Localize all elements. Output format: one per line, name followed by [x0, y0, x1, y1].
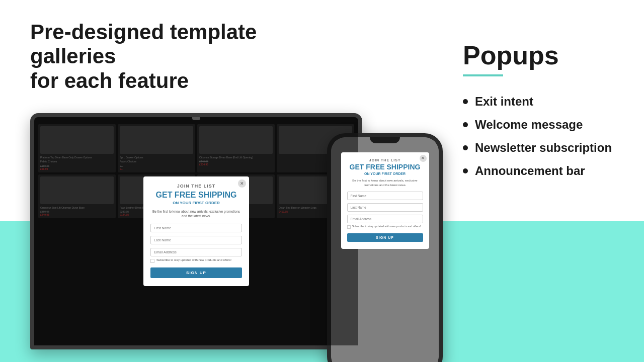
phone-popup-headline: GET FREE SHIPPING [347, 163, 423, 171]
popup-checkbox-row: Subscribe to stay updated with new produ… [150, 258, 242, 263]
popup-headline: GET FREE SHIPPING [150, 191, 242, 200]
popup-email-input[interactable] [150, 248, 242, 256]
laptop-notch [192, 117, 200, 120]
phone-screen: ✕ JOIN THE LIST GET FREE SHIPPING ON YOU… [331, 137, 439, 362]
main-heading: Pre-designed template galleries for each… [30, 20, 342, 93]
phone-notch [370, 137, 400, 143]
section-underline [463, 74, 503, 76]
laptop-popup-overlay: ✕ JOIN THE LIST GET FREE SHIPPING ON YOU… [34, 117, 358, 345]
phone-popup-close-button[interactable]: ✕ [420, 155, 427, 162]
phone-popup-checkbox[interactable] [347, 225, 351, 229]
bullet-dot [463, 145, 468, 150]
bullet-dot [463, 122, 468, 127]
laptop-popup: ✕ JOIN THE LIST GET FREE SHIPPING ON YOU… [143, 176, 249, 286]
laptop-base [30, 345, 362, 349]
phone-mockup: ✕ JOIN THE LIST GET FREE SHIPPING ON YOU… [327, 133, 443, 362]
phone-popup-description: Be the first to know about new arrivals,… [347, 178, 423, 187]
popup-checkbox-label: Subscribe to stay updated with new produ… [156, 258, 231, 262]
bullet-label: Welcome message [475, 118, 583, 132]
popup-lastname-input[interactable] [150, 236, 242, 244]
devices-container: Platform Top Divan Base Only Drawer Opti… [30, 113, 443, 362]
popup-firstname-input[interactable] [150, 224, 242, 232]
bullet-item-newsletter: Newsletter subscription [463, 141, 634, 155]
phone-popup-overlay: ✕ JOIN THE LIST GET FREE SHIPPING ON YOU… [331, 137, 439, 362]
phone-popup: ✕ JOIN THE LIST GET FREE SHIPPING ON YOU… [341, 152, 429, 249]
bullet-dot [463, 99, 468, 104]
laptop-screen: Platform Top Divan Base Only Drawer Opti… [34, 117, 358, 345]
content-wrapper: Pre-designed template galleries for each… [0, 0, 644, 362]
bullet-list: Exit intent Welcome message Newsletter s… [463, 95, 634, 178]
phone-popup-lastname-input[interactable] [347, 203, 423, 212]
bullet-item-announcement: Announcement bar [463, 164, 634, 178]
popup-join-text: JOIN THE LIST [150, 184, 242, 189]
left-panel: Pre-designed template galleries for each… [0, 0, 443, 362]
phone-popup-signup-button[interactable]: SIGN UP [347, 233, 423, 242]
popup-subheadline: ON YOUR FIRST ORDER [150, 201, 242, 205]
right-panel: Popups Exit intent Welcome message Newsl… [443, 0, 644, 362]
popup-signup-button[interactable]: SIGN UP [150, 267, 242, 278]
heading-line1: Pre-designed template galleries [30, 20, 257, 68]
phone-popup-firstname-input[interactable] [347, 192, 423, 200]
laptop-mockup: Platform Top Divan Base Only Drawer Opti… [30, 113, 362, 349]
popup-close-button[interactable]: ✕ [238, 179, 246, 188]
bullet-label: Exit intent [475, 95, 533, 109]
bullet-dot [463, 168, 468, 173]
bullet-label: Announcement bar [475, 164, 585, 178]
phone-popup-checkbox-row: Subscribe to stay updated with new produ… [347, 225, 423, 229]
bullet-label: Newsletter subscription [475, 141, 612, 155]
popup-description: Be the first to know about new arrivals,… [150, 209, 242, 218]
bullet-item-exit-intent: Exit intent [463, 95, 634, 109]
section-title: Popups [463, 40, 634, 70]
phone-popup-subheadline: ON YOUR FIRST ORDER [347, 172, 423, 175]
heading-line2: for each feature [30, 69, 189, 93]
phone-popup-join-text: JOIN THE LIST [347, 158, 423, 162]
phone-popup-checkbox-label: Subscribe to stay updated with new produ… [352, 225, 421, 228]
popup-checkbox[interactable] [150, 259, 154, 263]
bullet-item-welcome-message: Welcome message [463, 118, 634, 132]
phone-popup-email-input[interactable] [347, 215, 423, 223]
